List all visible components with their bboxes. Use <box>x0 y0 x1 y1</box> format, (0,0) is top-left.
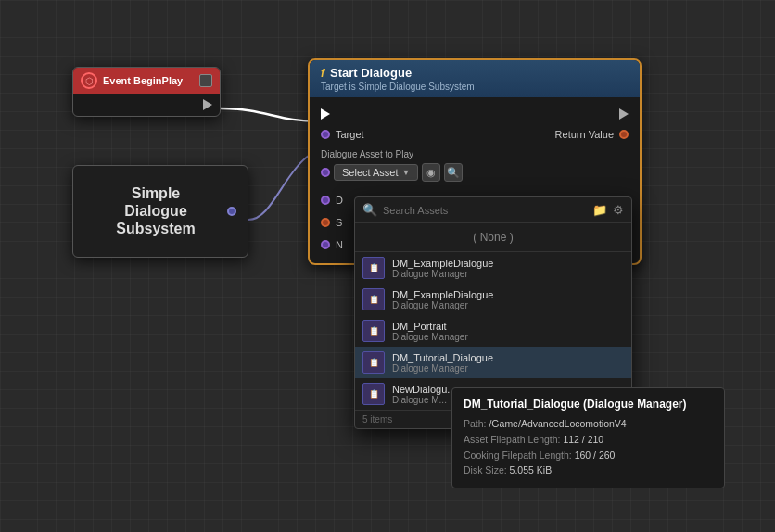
n-in-pin[interactable] <box>321 240 330 249</box>
list-item[interactable]: 📋 DM_ExampleDialogue Dialogue Manager <box>355 284 631 315</box>
asset-filepath-value: 112 / 210 <box>563 434 603 445</box>
settings-icon[interactable]: ⚙ <box>613 203 624 217</box>
asset-name: DM_ExampleDialogue <box>392 289 624 300</box>
func-icon: f <box>321 67 324 80</box>
asset-type: Dialogue Manager <box>392 332 624 342</box>
disk-size-label: Disk Size: <box>464 464 507 475</box>
asset-type: Dialogue Manager <box>392 363 624 374</box>
return-value-pin[interactable] <box>619 130 629 139</box>
d-in-pin[interactable] <box>321 196 330 205</box>
asset-type-icon: 📋 <box>362 320 385 342</box>
tooltip-disk-size: Disk Size: 5.055 KiB <box>464 462 713 478</box>
event-begin-play-body <box>73 94 220 116</box>
clear-asset-button[interactable]: ◉ <box>422 163 440 182</box>
asset-item-info: DM_Tutorial_Dialogue Dialogue Manager <box>392 352 624 374</box>
cooking-filepath-value: 160 / 260 <box>575 450 616 461</box>
subsystem-title: SimpleDialogueSubsystem <box>84 184 227 238</box>
tooltip-path: Path: /Game/AdvancedLocomotionV4 <box>464 416 713 432</box>
d-label: D <box>336 195 343 206</box>
asset-type-icon: 📋 <box>362 351 385 374</box>
target-label: Target <box>336 129 364 140</box>
dialogue-asset-section: Dialogue Asset to Play Select Asset ▼ ◉ … <box>310 146 640 189</box>
circle-icon: ◉ <box>426 167 436 179</box>
asset-filepath-label: Asset Filepath Length: <box>464 434 560 445</box>
event-begin-play-header: ⬡ Event BeginPlay <box>73 68 220 94</box>
return-value-label: Return Value <box>555 129 614 140</box>
s-label: S <box>336 217 342 228</box>
start-dialogue-header: f Start Dialogue Target is Simple Dialog… <box>310 60 640 97</box>
asset-tooltip: DM_Tutorial_Dialogue (Dialogue Manager) … <box>451 387 725 488</box>
list-item[interactable]: 📋 DM_Tutorial_Dialogue Dialogue Manager <box>355 347 631 378</box>
target-in-pin[interactable] <box>321 130 330 139</box>
path-value: /Game/AdvancedLocomotionV4 <box>489 418 626 429</box>
none-option[interactable]: ( None ) <box>355 223 631 252</box>
subsystem-node: SimpleDialogueSubsystem <box>72 165 248 258</box>
asset-in-pin[interactable] <box>321 168 330 177</box>
search-row: 🔍 📁 ⚙ <box>355 197 631 223</box>
asset-name: DM_Portrait <box>392 321 624 332</box>
event-begin-play-title: Event BeginPlay <box>103 75 183 86</box>
s-in-pin[interactable] <box>321 218 330 227</box>
asset-item-info: DM_Portrait Dialogue Manager <box>392 321 624 342</box>
cooking-filepath-label: Cooking Filepath Length: <box>464 450 572 461</box>
search-input[interactable] <box>383 205 587 216</box>
dialogue-asset-label: Dialogue Asset to Play <box>321 149 629 159</box>
exec-in-pin[interactable] <box>321 108 330 120</box>
exec-out-pin[interactable] <box>203 99 212 110</box>
exec-out-pin-right[interactable] <box>619 108 629 120</box>
subsystem-body: SimpleDialogueSubsystem <box>73 166 248 257</box>
asset-type-icon: 📋 <box>362 288 385 310</box>
search-icon: 🔍 <box>362 203 377 217</box>
target-row: Target Return Value <box>310 123 640 146</box>
list-item[interactable]: 📋 DM_ExampleDialogue Dialogue Manager <box>355 252 631 284</box>
asset-type: Dialogue Manager <box>392 300 624 310</box>
asset-name: DM_ExampleDialogue <box>392 258 624 269</box>
asset-type-icon: 📋 <box>362 257 385 279</box>
disk-size-value: 5.055 KiB <box>510 464 553 475</box>
list-item[interactable]: 📋 DM_Portrait Dialogue Manager <box>355 315 631 347</box>
n-label: N <box>336 239 343 250</box>
select-asset-button[interactable]: Select Asset ▼ <box>334 164 418 181</box>
asset-selector-row: Select Asset ▼ ◉ 🔍 <box>321 163 629 182</box>
start-dialogue-subtitle: Target is Simple Dialogue Subsystem <box>321 82 629 92</box>
chevron-down-icon: ▼ <box>402 168 411 177</box>
asset-item-info: DM_ExampleDialogue Dialogue Manager <box>392 289 624 310</box>
asset-name: DM_Tutorial_Dialogue <box>392 352 624 363</box>
node-collapse-btn[interactable] <box>199 74 212 87</box>
event-icon: ⬡ <box>81 72 97 89</box>
browse-asset-button[interactable]: 🔍 <box>444 163 463 182</box>
tooltip-title: DM_Tutorial_Dialogue (Dialogue Manager) <box>464 398 713 411</box>
path-label: Path: <box>464 418 487 429</box>
subsystem-out-pin[interactable] <box>227 207 236 216</box>
event-begin-play-node: ⬡ Event BeginPlay <box>72 67 221 117</box>
start-dialogue-title: Start Dialogue <box>330 66 412 80</box>
tooltip-asset-filepath: Asset Filepath Length: 112 / 210 <box>464 432 713 448</box>
search-icon: 🔍 <box>447 167 460 179</box>
tooltip-cooking-filepath: Cooking Filepath Length: 160 / 260 <box>464 448 713 463</box>
exec-row <box>310 105 640 123</box>
asset-type-icon: 📋 <box>362 383 385 405</box>
asset-type: Dialogue Manager <box>392 269 624 279</box>
select-asset-label: Select Asset <box>342 167 399 178</box>
asset-item-info: DM_ExampleDialogue Dialogue Manager <box>392 258 624 279</box>
folder-icon[interactable]: 📁 <box>592 203 607 217</box>
